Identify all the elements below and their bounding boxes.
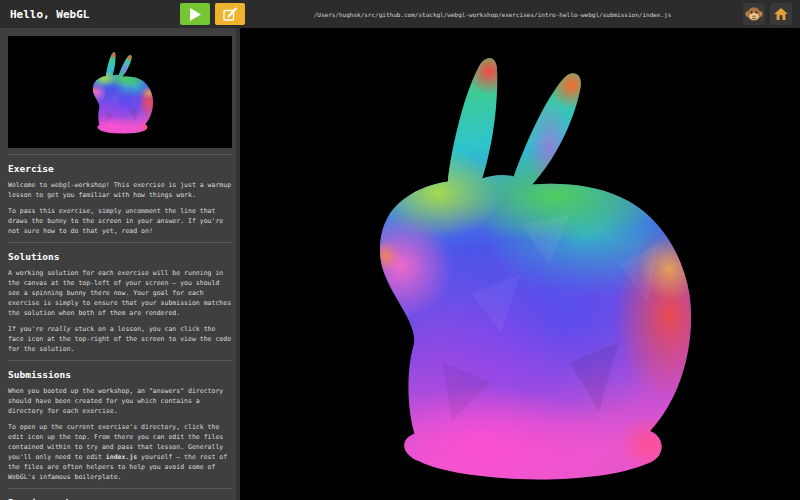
lesson-paragraph: A working solution for each exercise wil… bbox=[8, 268, 232, 318]
lesson-section-passing: Passing a Lesson bbox=[8, 488, 232, 500]
home-button[interactable] bbox=[770, 3, 792, 25]
file-path: /Users/hughsk/src/github.com/stackgl/web… bbox=[250, 11, 735, 18]
monkey-face-icon bbox=[745, 5, 763, 23]
lesson-section-solutions: Solutions A working solution for each ex… bbox=[8, 242, 232, 354]
lesson-paragraph: If you're really stuck on a lesson, you … bbox=[8, 324, 232, 354]
exercise-title: Hello, WebGL bbox=[0, 8, 180, 21]
pencil-icon bbox=[223, 7, 238, 21]
section-heading: Exercise bbox=[8, 163, 232, 174]
lesson-paragraph: When you booted up the workshop, an "ans… bbox=[8, 386, 232, 416]
text-fragment-italic: really bbox=[47, 325, 70, 333]
sidebar: Exercise Welcome to webgl-workshop! This… bbox=[0, 28, 240, 500]
text-fragment: Welcome to bbox=[8, 181, 51, 189]
sidebar-scrollbar[interactable] bbox=[236, 28, 240, 500]
submission-canvas bbox=[240, 28, 800, 500]
main-layout: Exercise Welcome to webgl-workshop! This… bbox=[0, 28, 800, 500]
lesson-section-exercise: Exercise Welcome to webgl-workshop! This… bbox=[8, 154, 232, 236]
topbar: Hello, WebGL /Users/hughsk/src/github.co… bbox=[0, 0, 800, 28]
home-icon bbox=[773, 6, 789, 22]
run-button[interactable] bbox=[180, 3, 210, 25]
lesson-section-submissions: Submissions When you booted up the works… bbox=[8, 360, 232, 482]
text-fragment-code: index.js bbox=[106, 453, 137, 461]
lesson-paragraph: To open up the current exercise's direct… bbox=[8, 422, 232, 482]
solution-bunny-preview bbox=[82, 50, 158, 134]
solution-button[interactable] bbox=[743, 3, 765, 25]
section-heading: Solutions bbox=[8, 251, 232, 262]
bunny-render bbox=[324, 48, 717, 480]
topbar-right-icons bbox=[735, 3, 800, 25]
solution-preview-canvas bbox=[8, 36, 232, 148]
play-icon bbox=[190, 8, 201, 21]
lesson-paragraph: Welcome to webgl-workshop! This exercise… bbox=[8, 180, 232, 200]
section-heading: Submissions bbox=[8, 369, 232, 380]
text-fragment: If you're bbox=[8, 325, 47, 333]
edit-button[interactable] bbox=[215, 3, 245, 25]
lesson-paragraph: To pass this exercise, simply uncomment … bbox=[8, 206, 232, 236]
text-fragment-italic: webgl-workshop bbox=[51, 181, 106, 189]
